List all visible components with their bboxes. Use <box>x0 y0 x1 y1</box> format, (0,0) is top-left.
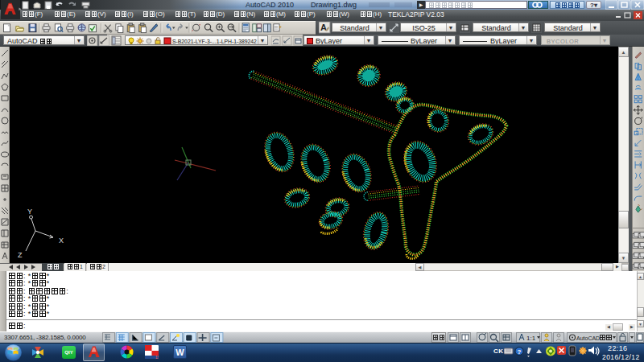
svg-text:Z: Z <box>18 251 23 259</box>
svg-text:X: X <box>59 237 64 245</box>
svg-text:1:1: 1:1 <box>526 335 536 342</box>
svg-text:Y: Y <box>27 208 32 216</box>
svg-text:AutoCAD: AutoCAD <box>576 335 600 341</box>
svg-text:?: ? <box>518 348 522 356</box>
svg-text:19: 19 <box>155 355 159 359</box>
